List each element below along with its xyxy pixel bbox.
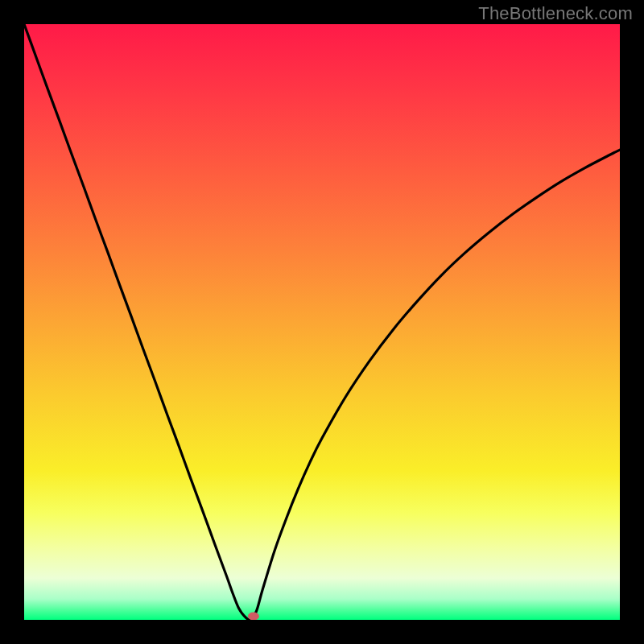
bottleneck-chart — [24, 24, 620, 620]
chart-background — [24, 24, 620, 620]
chart-frame: TheBottleneck.com — [0, 0, 644, 644]
watermark-text: TheBottleneck.com — [478, 3, 633, 24]
